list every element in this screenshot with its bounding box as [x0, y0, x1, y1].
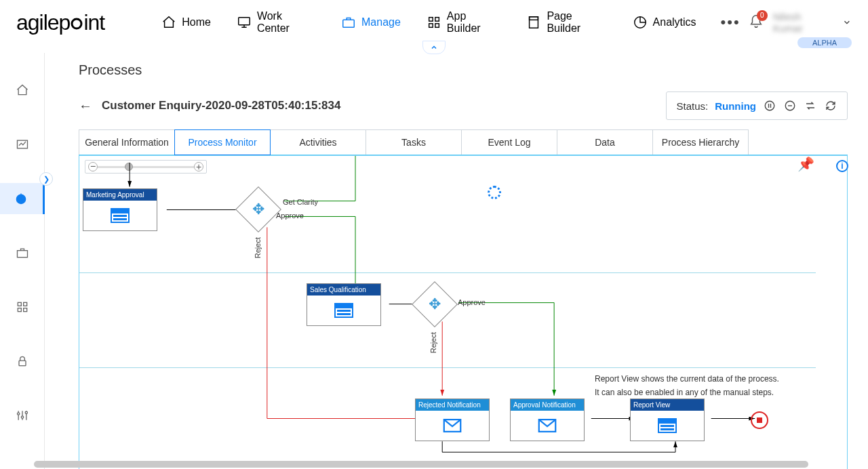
note-line2: It can also be enabled in any of the man… [595, 388, 774, 397]
alpha-badge: ALPHA [797, 37, 852, 48]
tab-data[interactable]: Data [557, 129, 653, 155]
sidebar-item-home[interactable] [7, 75, 38, 106]
node-sales-qualification[interactable]: Sales Qualification [307, 283, 381, 326]
svg-rect-8 [530, 17, 538, 20]
label-reject-2: Reject [429, 332, 437, 353]
form-icon [307, 295, 380, 325]
briefcase-icon [341, 15, 356, 30]
stop-button[interactable] [783, 99, 797, 113]
gateway-1[interactable]: ✥ [242, 193, 275, 226]
svg-rect-6 [435, 24, 439, 28]
nav-home-label: Home [182, 16, 211, 28]
notifications-button[interactable]: 0 [749, 14, 764, 31]
nav-app-builder[interactable]: App Builder [417, 6, 511, 39]
node-label: Marketing Approval [83, 189, 157, 201]
chevron-down-icon[interactable] [842, 18, 852, 27]
tab-event-log[interactable]: Event Log [461, 129, 557, 155]
nav-work-center[interactable]: Work Center [227, 6, 325, 39]
svg-rect-17 [19, 361, 26, 366]
status-value: Running [715, 100, 756, 112]
zoom-slider[interactable] [98, 166, 194, 168]
form-icon [631, 411, 704, 441]
sidebar-item-security[interactable] [7, 346, 38, 377]
svg-rect-1 [239, 18, 250, 25]
svg-rect-13 [18, 302, 21, 306]
gateway-2[interactable]: ✥ [418, 288, 451, 321]
node-label: Sales Qualification [307, 284, 380, 295]
sidebar-item-processes[interactable] [0, 183, 45, 214]
zoom-control: − + [85, 160, 207, 174]
back-button[interactable]: ← [79, 98, 92, 114]
nav-work-center-label: Work Center [257, 10, 315, 35]
svg-rect-16 [23, 308, 26, 312]
svg-point-18 [17, 413, 19, 415]
svg-rect-2 [343, 20, 355, 27]
mail-icon [511, 411, 584, 441]
svg-rect-4 [435, 18, 439, 22]
tab-general[interactable]: General Information [79, 129, 175, 155]
svg-rect-14 [23, 302, 26, 306]
tab-tasks[interactable]: Tasks [366, 129, 462, 155]
svg-point-21 [765, 101, 774, 110]
zoom-in-button[interactable]: + [194, 162, 203, 171]
mail-icon [416, 411, 489, 441]
process-canvas[interactable]: − + 📌 i [79, 155, 848, 469]
zoom-out-button[interactable]: − [88, 162, 98, 171]
zoom-thumb[interactable] [125, 163, 133, 171]
nav-analytics-label: Analytics [653, 16, 696, 28]
grid-icon [427, 15, 441, 30]
monitor-icon [237, 15, 252, 30]
gateway-move-icon: ✥ [252, 201, 264, 218]
refresh-button[interactable] [824, 99, 837, 113]
nav-home[interactable]: Home [152, 11, 220, 34]
sidebar-item-settings[interactable] [7, 400, 38, 431]
pause-button[interactable] [763, 99, 776, 113]
left-sidebar [0, 53, 45, 469]
status-box: Status: Running [666, 91, 848, 120]
lane-divider [79, 272, 816, 273]
svg-point-20 [25, 411, 27, 413]
svg-rect-7 [530, 17, 538, 28]
node-label: Report View [631, 399, 704, 411]
tab-process-monitor[interactable]: Process Monitor [174, 129, 271, 155]
svg-rect-5 [429, 24, 433, 28]
sidebar-item-work[interactable] [7, 237, 38, 268]
chart-pie-icon [633, 15, 648, 30]
end-event[interactable] [751, 411, 768, 429]
horizontal-scrollbar[interactable] [34, 461, 849, 468]
node-marketing-approval[interactable]: Marketing Approval [83, 188, 157, 231]
node-label: Approval Notification [511, 399, 584, 411]
page-title: Processes [79, 53, 848, 87]
tabs: General Information Process Monitor Acti… [79, 129, 848, 155]
tab-activities[interactable]: Activities [270, 129, 366, 155]
sidebar-item-reports[interactable] [7, 129, 38, 160]
lane-divider [79, 367, 816, 368]
swap-button[interactable] [804, 99, 817, 113]
nav-manage[interactable]: Manage [332, 11, 410, 34]
pin-button[interactable]: 📌 [797, 156, 814, 172]
tab-process-hierarchy[interactable]: Process Hierarchy [652, 129, 749, 155]
svg-rect-15 [18, 308, 21, 312]
label-reject: Reject [254, 237, 262, 258]
form-icon [83, 201, 157, 230]
node-rejected-notification[interactable]: Rejected Notification [415, 399, 490, 441]
page-icon [526, 15, 541, 30]
chevron-up-icon [430, 43, 438, 52]
user-name[interactable]: Nilesh Kumar [773, 11, 833, 34]
topbar: agilepint Home Work Center Manage App Bu… [0, 0, 868, 45]
nav-analytics[interactable]: Analytics [623, 11, 706, 34]
note-line1: Report View shows the current data of th… [595, 374, 779, 384]
node-report-view[interactable]: Report View [630, 399, 705, 441]
collapse-topnav[interactable] [422, 41, 446, 54]
process-name: Customer Enquiry-2020-09-28T05:40:15:834 [102, 99, 656, 113]
loading-spinner [488, 186, 501, 199]
nav-more[interactable]: ••• [713, 14, 749, 31]
status-label: Status: [676, 100, 708, 112]
info-button[interactable]: i [836, 160, 848, 172]
nav-page-builder[interactable]: Page Builder [517, 6, 616, 39]
gateway-move-icon: ✥ [429, 295, 441, 313]
sidebar-item-apps[interactable] [7, 291, 38, 323]
node-approval-notification[interactable]: Approval Notification [510, 399, 585, 441]
brand-logo: agilepint [16, 10, 104, 35]
svg-point-0 [72, 19, 81, 28]
